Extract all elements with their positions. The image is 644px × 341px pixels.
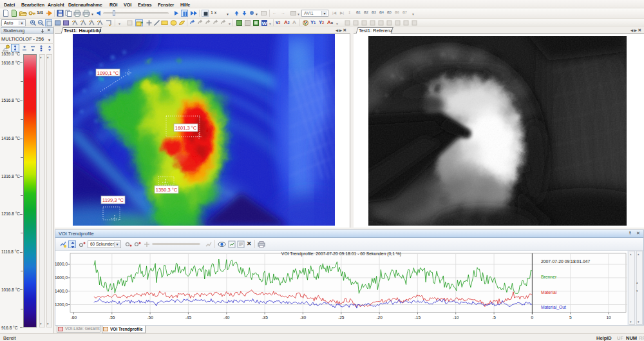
svg-text:1200,0: 1200,0 <box>55 302 68 307</box>
svg-text:-55: -55 <box>109 315 115 320</box>
svg-text:-45: -45 <box>185 315 192 320</box>
svg-text:1400,0: 1400,0 <box>55 289 68 293</box>
svg-text:Brenner: Brenner <box>541 275 557 279</box>
svg-text:10: 10 <box>606 315 611 320</box>
svg-text:1350,3 °C: 1350,3 °C <box>156 187 178 193</box>
svg-text:-60: -60 <box>71 315 77 320</box>
svg-text:W: W <box>262 21 267 26</box>
svg-text:1199,3 °C: 1199,3 °C <box>102 197 124 203</box>
svg-text:-10: -10 <box>453 315 459 320</box>
svg-text:-40: -40 <box>223 315 230 320</box>
svg-text:1090,1 °C: 1090,1 °C <box>97 70 119 76</box>
svg-text:VOI Trendprofile: 2007-07-20 0: VOI Trendprofile: 2007-07-20 09:18:01 - … <box>281 251 401 257</box>
svg-text:0: 0 <box>531 315 534 320</box>
svg-text:-5: -5 <box>492 315 496 320</box>
svg-text:Material_Out: Material_Out <box>541 305 566 310</box>
svg-text:-20: -20 <box>376 315 383 320</box>
svg-text:-50: -50 <box>147 315 153 320</box>
svg-text:-30: -30 <box>300 315 307 320</box>
svg-text:2007-07-20 09:18:01.047: 2007-07-20 09:18:01.047 <box>541 259 591 264</box>
svg-text:-25: -25 <box>338 315 345 320</box>
svg-text:1601,3 °C: 1601,3 °C <box>175 125 197 131</box>
svg-text:5: 5 <box>569 315 572 320</box>
svg-text:1800,0: 1800,0 <box>55 262 68 266</box>
svg-text:Material: Material <box>541 290 557 295</box>
svg-text:-35: -35 <box>261 315 268 320</box>
svg-text:-15: -15 <box>415 315 421 320</box>
svg-text:1600,0: 1600,0 <box>55 275 68 280</box>
